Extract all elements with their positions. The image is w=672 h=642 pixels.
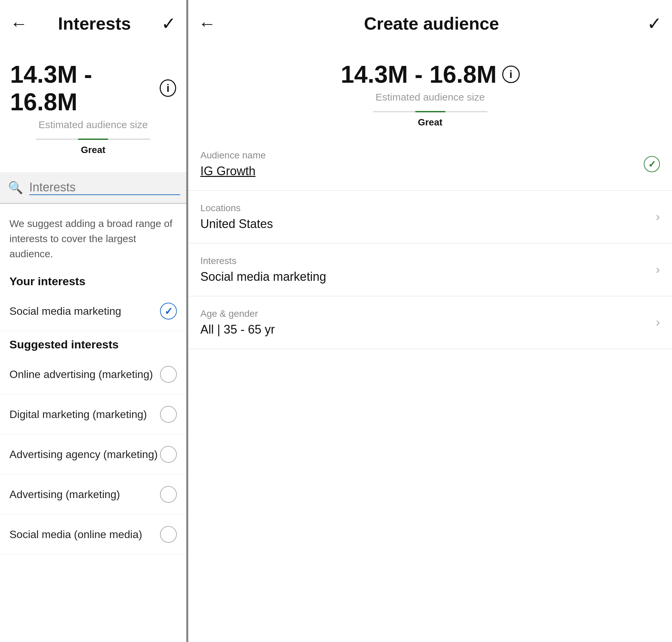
right-audience-size-value: 14.3M - 16.8M i [340,61,519,88]
left-header: ← Interests ✓ [0,0,186,44]
interests-label: Interests [201,256,656,266]
list-item[interactable]: Social media (online media) [0,515,186,554]
interests-chevron-icon: › [656,262,660,277]
your-interests-header: Your interests [0,268,186,291]
age-gender-chevron-icon: › [656,316,660,330]
left-info-button[interactable]: i [160,79,176,97]
left-progress-bar [36,139,150,140]
interest-checkbox[interactable] [160,446,177,463]
interest-checkbox[interactable] [160,366,177,383]
age-gender-content: Age & gender All | 35 - 65 yr [201,308,656,337]
list-item[interactable]: Advertising agency (marketing) [0,435,186,475]
interests-content: Interests Social media marketing [201,256,656,284]
list-item[interactable]: Digital marketing (marketing) [0,395,186,435]
interest-label: Digital marketing (marketing) [10,408,147,421]
audience-name-value: IG Growth [201,164,644,178]
audience-name-content: Audience name IG Growth [201,150,644,178]
interest-label: Advertising (marketing) [10,488,120,501]
right-audience-size-section: 14.3M - 16.8M i Estimated audience size … [188,44,672,138]
left-page-title: Interests [58,13,131,34]
search-input[interactable] [29,180,180,195]
interest-label: Social media (online media) [10,528,142,541]
interests-value: Social media marketing [201,270,656,284]
right-back-button[interactable]: ← [198,13,216,34]
left-audience-size-label: Estimated audience size [38,119,147,130]
right-info-button[interactable]: i [502,66,520,83]
locations-value: United States [201,217,656,231]
interest-label: Social media marketing [10,305,121,318]
suggestion-text: We suggest adding a broad range of inter… [0,204,186,268]
left-rating-label: Great [81,145,105,155]
interest-checkbox[interactable] [160,486,177,503]
left-back-button[interactable]: ← [10,13,28,34]
interest-checkbox-checked[interactable] [160,303,177,320]
right-audience-size-label: Estimated audience size [375,91,485,103]
list-item[interactable]: Online advertising (marketing) [0,355,186,395]
left-panel: ← Interests ✓ 14.3M - 16.8M i Estimated … [0,0,188,642]
right-rating-label: Great [418,117,442,128]
locations-chevron-icon: › [656,210,660,224]
locations-label: Locations [201,203,656,214]
audience-name-label: Audience name [201,150,644,161]
right-panel: ← Create audience ✓ 14.3M - 16.8M i Esti… [188,0,672,642]
audience-name-check-icon: ✓ [644,156,660,172]
left-audience-size-value: 14.3M - 16.8M i [10,61,176,116]
right-header: ← Create audience ✓ [188,0,672,44]
age-gender-value: All | 35 - 65 yr [201,322,656,337]
right-confirm-button[interactable]: ✓ [647,13,662,34]
right-page-title: Create audience [364,13,499,34]
locations-content: Locations United States [201,203,656,231]
age-gender-row[interactable]: Age & gender All | 35 - 65 yr › [188,296,672,349]
interest-checkbox[interactable] [160,526,177,543]
suggested-interests-header: Suggested interests [0,331,186,355]
interest-checkbox[interactable] [160,406,177,423]
locations-row[interactable]: Locations United States › [188,191,672,243]
left-audience-size-section: 14.3M - 16.8M i Estimated audience size … [0,44,186,165]
left-search-bar: 🔍 [0,172,186,204]
interest-label: Online advertising (marketing) [10,368,153,381]
audience-name-row[interactable]: Audience name IG Growth ✓ [188,138,672,191]
interests-row[interactable]: Interests Social media marketing › [188,243,672,296]
interest-label: Advertising agency (marketing) [10,448,158,461]
right-progress-bar [373,111,488,112]
left-confirm-button[interactable]: ✓ [161,13,176,34]
list-item[interactable]: Social media marketing [0,291,186,331]
search-icon: 🔍 [8,181,23,195]
age-gender-label: Age & gender [201,308,656,319]
list-item[interactable]: Advertising (marketing) [0,475,186,515]
